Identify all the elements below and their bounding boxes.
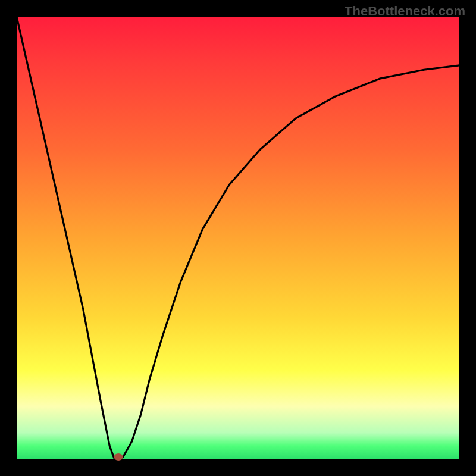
curve-svg [17,17,459,459]
bottleneck-chart: TheBottleneck.com [0,0,476,476]
minimum-marker-icon [114,453,123,461]
bottleneck-curve-path [17,17,459,459]
plot-area [17,17,459,459]
